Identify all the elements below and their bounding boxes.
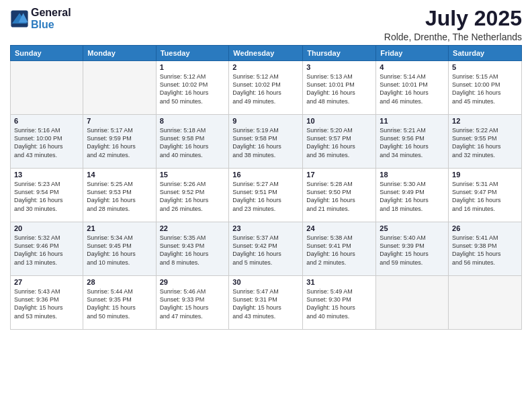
- day-number: 10: [306, 117, 372, 125]
- day-detail: Sunrise: 5:40 AM Sunset: 9:39 PM Dayligh…: [380, 234, 445, 267]
- day-number: 31: [306, 278, 372, 286]
- day-detail: Sunrise: 5:38 AM Sunset: 9:41 PM Dayligh…: [306, 234, 372, 267]
- calendar-cell: 8Sunrise: 5:18 AM Sunset: 9:58 PM Daylig…: [156, 115, 229, 169]
- day-detail: Sunrise: 5:16 AM Sunset: 10:00 PM Daylig…: [14, 126, 79, 159]
- calendar-week-4: 20Sunrise: 5:32 AM Sunset: 9:46 PM Dayli…: [11, 222, 522, 276]
- day-detail: Sunrise: 5:34 AM Sunset: 9:45 PM Dayligh…: [87, 234, 152, 267]
- day-number: 27: [14, 278, 79, 286]
- header-monday: Monday: [83, 46, 156, 61]
- calendar-week-1: 1Sunrise: 5:12 AM Sunset: 10:02 PM Dayli…: [11, 61, 522, 115]
- day-detail: Sunrise: 5:27 AM Sunset: 9:51 PM Dayligh…: [232, 180, 299, 213]
- calendar-cell: 24Sunrise: 5:38 AM Sunset: 9:41 PM Dayli…: [303, 222, 376, 276]
- calendar-cell: 2Sunrise: 5:12 AM Sunset: 10:02 PM Dayli…: [229, 61, 303, 115]
- logo: General Blue: [10, 7, 71, 30]
- calendar-cell: 18Sunrise: 5:30 AM Sunset: 9:49 PM Dayli…: [376, 169, 449, 222]
- day-number: 17: [306, 171, 372, 179]
- day-number: 5: [452, 63, 518, 71]
- calendar-cell: 1Sunrise: 5:12 AM Sunset: 10:02 PM Dayli…: [156, 61, 229, 115]
- header-thursday: Thursday: [303, 46, 376, 61]
- calendar-cell: 22Sunrise: 5:35 AM Sunset: 9:43 PM Dayli…: [156, 222, 229, 276]
- day-detail: Sunrise: 5:44 AM Sunset: 9:35 PM Dayligh…: [87, 287, 152, 320]
- day-number: 25: [380, 224, 445, 232]
- day-number: 4: [380, 63, 445, 71]
- day-number: 23: [232, 224, 299, 232]
- logo-text: General Blue: [31, 7, 71, 30]
- day-number: 22: [160, 224, 226, 232]
- header-sunday: Sunday: [11, 46, 83, 61]
- header: General Blue July 2025 Rolde, Drenthe, T…: [10, 7, 522, 42]
- calendar-cell: 13Sunrise: 5:23 AM Sunset: 9:54 PM Dayli…: [11, 169, 83, 222]
- day-number: 3: [306, 63, 372, 71]
- day-number: 20: [14, 224, 79, 232]
- day-number: 12: [452, 117, 518, 125]
- day-detail: Sunrise: 5:23 AM Sunset: 9:54 PM Dayligh…: [14, 180, 79, 213]
- day-detail: Sunrise: 5:30 AM Sunset: 9:49 PM Dayligh…: [380, 180, 445, 213]
- day-number: 9: [232, 117, 299, 125]
- calendar-cell: 9Sunrise: 5:19 AM Sunset: 9:58 PM Daylig…: [229, 115, 303, 169]
- calendar-cell: 5Sunrise: 5:15 AM Sunset: 10:00 PM Dayli…: [449, 61, 522, 115]
- day-number: 16: [232, 171, 299, 179]
- day-detail: Sunrise: 5:21 AM Sunset: 9:56 PM Dayligh…: [380, 126, 445, 159]
- calendar-cell: [83, 61, 156, 115]
- calendar-cell: 21Sunrise: 5:34 AM Sunset: 9:45 PM Dayli…: [83, 222, 156, 276]
- calendar-cell: [376, 276, 449, 330]
- calendar-week-5: 27Sunrise: 5:43 AM Sunset: 9:36 PM Dayli…: [11, 276, 522, 330]
- header-wednesday: Wednesday: [229, 46, 303, 61]
- calendar-table: Sunday Monday Tuesday Wednesday Thursday…: [10, 45, 522, 330]
- day-number: 15: [160, 171, 226, 179]
- calendar-cell: 26Sunrise: 5:41 AM Sunset: 9:38 PM Dayli…: [449, 222, 522, 276]
- calendar-week-3: 13Sunrise: 5:23 AM Sunset: 9:54 PM Dayli…: [11, 169, 522, 222]
- calendar-cell: 23Sunrise: 5:37 AM Sunset: 9:42 PM Dayli…: [229, 222, 303, 276]
- day-number: 8: [160, 117, 226, 125]
- day-detail: Sunrise: 5:28 AM Sunset: 9:50 PM Dayligh…: [306, 180, 372, 213]
- day-detail: Sunrise: 5:32 AM Sunset: 9:46 PM Dayligh…: [14, 234, 79, 267]
- calendar-cell: 11Sunrise: 5:21 AM Sunset: 9:56 PM Dayli…: [376, 115, 449, 169]
- day-detail: Sunrise: 5:25 AM Sunset: 9:53 PM Dayligh…: [87, 180, 152, 213]
- calendar-week-2: 6Sunrise: 5:16 AM Sunset: 10:00 PM Dayli…: [11, 115, 522, 169]
- calendar-cell: 25Sunrise: 5:40 AM Sunset: 9:39 PM Dayli…: [376, 222, 449, 276]
- header-friday: Friday: [376, 46, 449, 61]
- calendar-cell: 17Sunrise: 5:28 AM Sunset: 9:50 PM Dayli…: [303, 169, 376, 222]
- day-detail: Sunrise: 5:12 AM Sunset: 10:02 PM Daylig…: [232, 73, 299, 105]
- day-detail: Sunrise: 5:49 AM Sunset: 9:30 PM Dayligh…: [306, 287, 372, 320]
- day-detail: Sunrise: 5:19 AM Sunset: 9:58 PM Dayligh…: [232, 126, 299, 159]
- day-detail: Sunrise: 5:13 AM Sunset: 10:01 PM Daylig…: [306, 73, 372, 105]
- day-detail: Sunrise: 5:18 AM Sunset: 9:58 PM Dayligh…: [160, 126, 226, 159]
- calendar-cell: 10Sunrise: 5:20 AM Sunset: 9:57 PM Dayli…: [303, 115, 376, 169]
- calendar-page: General Blue July 2025 Rolde, Drenthe, T…: [0, 0, 532, 411]
- day-number: 30: [232, 278, 299, 286]
- day-detail: Sunrise: 5:26 AM Sunset: 9:52 PM Dayligh…: [160, 180, 226, 213]
- day-detail: Sunrise: 5:37 AM Sunset: 9:42 PM Dayligh…: [232, 234, 299, 267]
- calendar-cell: 6Sunrise: 5:16 AM Sunset: 10:00 PM Dayli…: [11, 115, 83, 169]
- day-detail: Sunrise: 5:47 AM Sunset: 9:31 PM Dayligh…: [232, 287, 299, 320]
- calendar-cell: 14Sunrise: 5:25 AM Sunset: 9:53 PM Dayli…: [83, 169, 156, 222]
- day-detail: Sunrise: 5:41 AM Sunset: 9:38 PM Dayligh…: [452, 234, 518, 267]
- calendar-cell: 16Sunrise: 5:27 AM Sunset: 9:51 PM Dayli…: [229, 169, 303, 222]
- day-number: 1: [160, 63, 226, 71]
- day-number: 24: [306, 224, 372, 232]
- calendar-cell: 3Sunrise: 5:13 AM Sunset: 10:01 PM Dayli…: [303, 61, 376, 115]
- day-detail: Sunrise: 5:20 AM Sunset: 9:57 PM Dayligh…: [306, 126, 372, 159]
- logo-icon: [10, 9, 29, 28]
- calendar-cell: 12Sunrise: 5:22 AM Sunset: 9:55 PM Dayli…: [449, 115, 522, 169]
- day-detail: Sunrise: 5:46 AM Sunset: 9:33 PM Dayligh…: [160, 287, 226, 320]
- calendar-cell: 27Sunrise: 5:43 AM Sunset: 9:36 PM Dayli…: [11, 276, 83, 330]
- day-number: 21: [87, 224, 152, 232]
- calendar-cell: 30Sunrise: 5:47 AM Sunset: 9:31 PM Dayli…: [229, 276, 303, 330]
- day-number: 13: [14, 171, 79, 179]
- day-detail: Sunrise: 5:15 AM Sunset: 10:00 PM Daylig…: [452, 73, 518, 105]
- calendar-cell: [11, 61, 83, 115]
- calendar-cell: 19Sunrise: 5:31 AM Sunset: 9:47 PM Dayli…: [449, 169, 522, 222]
- location-subtitle: Rolde, Drenthe, The Netherlands: [384, 32, 522, 42]
- day-detail: Sunrise: 5:14 AM Sunset: 10:01 PM Daylig…: [380, 73, 445, 105]
- day-detail: Sunrise: 5:12 AM Sunset: 10:02 PM Daylig…: [160, 73, 226, 105]
- day-number: 19: [452, 171, 518, 179]
- day-detail: Sunrise: 5:17 AM Sunset: 9:59 PM Dayligh…: [87, 126, 152, 159]
- calendar-cell: 31Sunrise: 5:49 AM Sunset: 9:30 PM Dayli…: [303, 276, 376, 330]
- day-number: 2: [232, 63, 299, 71]
- calendar-cell: 29Sunrise: 5:46 AM Sunset: 9:33 PM Dayli…: [156, 276, 229, 330]
- calendar-header-row: Sunday Monday Tuesday Wednesday Thursday…: [11, 46, 522, 61]
- day-number: 29: [160, 278, 226, 286]
- day-number: 28: [87, 278, 152, 286]
- day-number: 6: [14, 117, 79, 125]
